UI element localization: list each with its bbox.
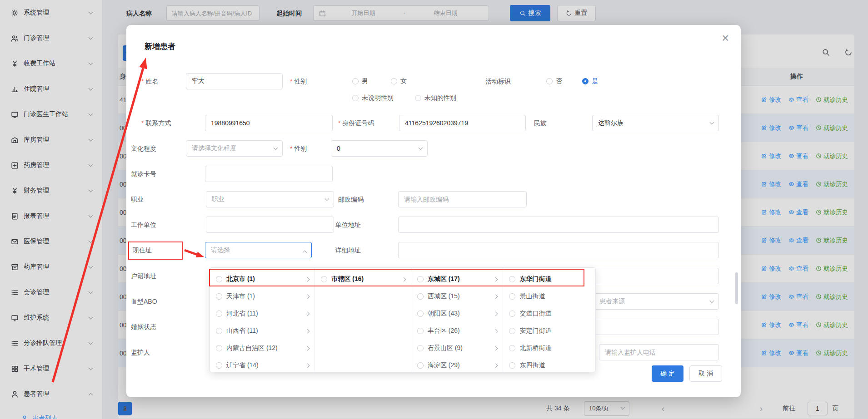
patient-source-select[interactable]: 患者来源 [594,293,719,310]
detail-address-label: 详细地址 [335,246,361,255]
detail-address-input[interactable] [398,242,719,258]
id-number-input[interactable] [399,115,526,131]
radio-icon[interactable] [417,345,424,351]
cascader-province-column: 北京市 (1) 天津市 (1) 河北省 (11) [210,268,315,372]
radio-icon[interactable] [216,328,222,334]
cascader-option-street[interactable]: 北新桥街道 [503,340,595,357]
education-select[interactable]: 请选择文化程度 [186,140,283,157]
radio-icon[interactable] [417,276,424,282]
unit-address-input[interactable] [398,217,719,233]
nation-select[interactable]: 达斡尔族 [592,115,719,131]
cascader-option-province[interactable]: 河北省 (11) [210,305,314,322]
name-input[interactable] [186,73,283,89]
cascader-option-street[interactable]: 东华门街道 [503,271,595,288]
radio-icon[interactable] [509,345,515,351]
modal-scrollbar[interactable] [735,272,738,304]
cascader-option-street[interactable]: 安定门街道 [503,322,595,340]
chevron-down-icon [710,299,714,303]
education-label: 文化程度 [131,144,156,153]
work-unit-label: 工作单位 [131,220,156,229]
chevron-right-icon [305,277,310,281]
cascader-option-province[interactable]: 天津市 (1) [210,288,314,305]
cascader-option-district[interactable]: 丰台区 (26) [411,322,503,340]
radio-icon [352,78,359,84]
radio-icon[interactable] [417,311,424,317]
marital-label: 婚姻状态 [131,322,156,331]
radio-icon[interactable] [417,362,424,369]
chevron-right-icon [402,277,406,281]
chevron-up-icon [303,251,307,255]
cascader-option-district[interactable]: 西城区 (15) [411,288,503,305]
chevron-right-icon [494,311,498,316]
active-flag-radio-no[interactable]: 否 [546,76,562,86]
radio-icon[interactable] [417,293,424,300]
cascader-option-district[interactable]: 海淀区 (29) [411,357,503,372]
work-unit-input[interactable] [206,217,334,233]
radio-icon [415,95,421,101]
cascader-option-street[interactable]: 东四街道 [503,357,595,372]
cascader-option-district[interactable]: 石景山区 (9) [411,340,503,357]
radio-icon [391,78,397,84]
postcode-label: 邮政编码 [338,195,364,204]
blood-abo-label: 血型ABO [131,297,157,306]
cascader-option-street[interactable]: 景山街道 [503,288,595,305]
gender2-label: 性别 [290,144,307,153]
modal-title: 新增患者 [145,41,175,52]
cascader-option-province[interactable]: 山西省 (11) [210,322,314,340]
occupation-select[interactable]: 职业 [206,191,334,207]
radio-icon[interactable] [216,362,222,369]
cascader-city-column: 市辖区 (16) [315,268,411,372]
chevron-down-icon [325,197,329,201]
gender-radio-male[interactable]: 男 [352,76,368,86]
chevron-down-icon [419,146,423,150]
gender2-select[interactable]: 0 [331,140,428,157]
cascader-panel: 北京市 (1) 天津市 (1) 河北省 (11) [210,267,596,372]
cascader-option-district[interactable]: 东城区 (17) [411,271,503,288]
cascader-option-street[interactable]: 交道口街道 [503,305,595,322]
guardian-label: 监护人 [131,348,150,357]
radio-icon[interactable] [417,328,424,334]
active-flag-label: 活动标识 [485,77,511,86]
cascader-option-province[interactable]: 辽宁省 (14) [210,357,314,372]
gender-radio-unknown[interactable]: 未知的性别 [415,93,456,103]
chevron-down-icon [274,146,278,150]
radio-icon[interactable] [216,276,222,282]
cascader-option-province[interactable]: 内蒙古自治区 (12) [210,340,314,357]
add-patient-modal: 新增患者 × 姓名 性别 男 女 活动标识 否 是 未说明性别 未知的性别 联系… [126,25,741,397]
chevron-right-icon [494,346,498,350]
radio-icon[interactable] [509,276,515,282]
cascader-option-district[interactable]: 朝阳区 (43) [411,305,503,322]
postcode-input[interactable] [398,191,527,207]
chevron-right-icon [305,363,310,368]
cascader-street-column: 东华门街道 景山街道 交道口街道 安定门街道 [503,268,595,372]
card-no-label: 就诊卡号 [131,169,156,178]
radio-icon[interactable] [216,345,222,351]
radio-icon[interactable] [509,293,515,300]
radio-icon[interactable] [509,362,515,369]
confirm-button[interactable]: 确 定 [652,365,683,382]
radio-icon[interactable] [509,328,515,334]
chevron-right-icon [494,363,498,368]
chevron-right-icon [494,329,498,333]
close-icon[interactable]: × [722,31,729,45]
cascader-option-province[interactable]: 北京市 (1) [210,271,314,288]
gender-radio-unstated[interactable]: 未说明性别 [352,93,394,103]
card-no-input[interactable] [205,166,333,182]
chevron-right-icon [494,294,498,299]
cascader-district-column: 东城区 (17) 西城区 (15) 朝阳区 (43) [411,268,504,372]
guardian-phone-input[interactable] [599,344,719,360]
chevron-right-icon [305,311,310,316]
cancel-button[interactable]: 取 消 [689,365,722,382]
radio-icon[interactable] [216,311,222,317]
radio-icon[interactable] [216,293,222,300]
active-flag-radio-yes[interactable]: 是 [582,76,598,86]
current-address-cascader[interactable]: 请选择 [205,242,312,258]
radio-icon[interactable] [321,276,327,282]
chevron-right-icon [305,329,310,333]
radio-icon[interactable] [509,311,515,317]
radio-icon [546,78,553,84]
contact-label: 联系方式 [141,118,171,128]
gender-radio-female[interactable]: 女 [391,76,407,86]
cascader-option-city[interactable]: 市辖区 (16) [315,271,411,288]
contact-input[interactable] [205,115,333,131]
